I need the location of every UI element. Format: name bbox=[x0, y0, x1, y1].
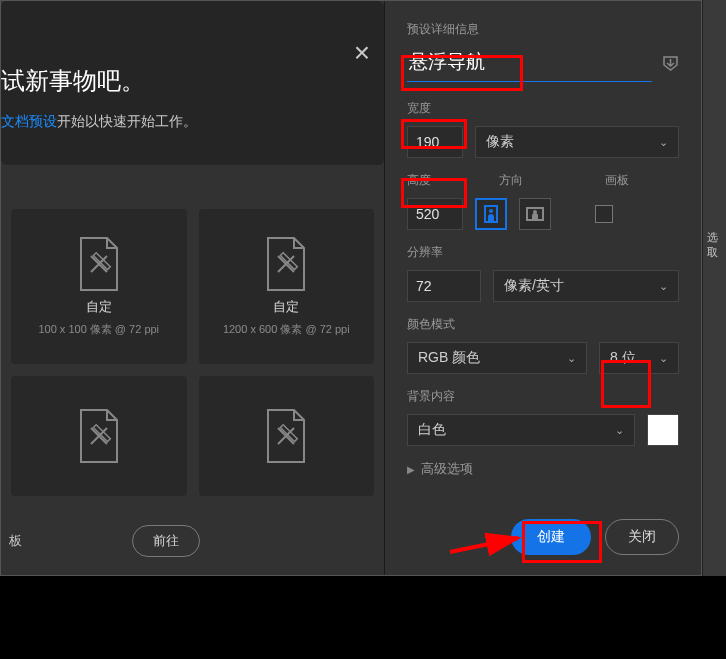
subline-rest: 开始以快速开始工作。 bbox=[57, 113, 197, 129]
footer-label: 板 bbox=[9, 532, 22, 550]
chevron-down-icon: ⌄ bbox=[659, 136, 668, 149]
preset-card[interactable] bbox=[11, 376, 187, 496]
advanced-toggle[interactable]: ▶ 高级选项 bbox=[407, 460, 679, 478]
intro-card: × 试新事物吧。 文档预设开始以快速开始工作。 bbox=[1, 1, 384, 165]
preset-card[interactable]: 自定 1200 x 600 像素 @ 72 ppi bbox=[199, 209, 375, 364]
preset-grid: 自定 100 x 100 像素 @ 72 ppi 自定 1200 x 600 像… bbox=[1, 179, 384, 496]
advanced-label: 高级选项 bbox=[421, 460, 473, 478]
width-unit-select[interactable]: 像素 ⌄ bbox=[475, 126, 679, 158]
left-panel: × 试新事物吧。 文档预设开始以快速开始工作。 自定 100 x 100 像素 … bbox=[1, 1, 384, 575]
preset-sub: 1200 x 600 像素 @ 72 ppi bbox=[223, 322, 350, 337]
file-icon bbox=[264, 236, 308, 292]
close-button[interactable]: 关闭 bbox=[605, 519, 679, 555]
background-label: 背景内容 bbox=[407, 388, 679, 405]
width-unit-value: 像素 bbox=[486, 133, 514, 151]
preset-card[interactable] bbox=[199, 376, 375, 496]
resolution-label: 分辨率 bbox=[407, 244, 679, 261]
preset-name: 自定 bbox=[86, 298, 112, 316]
doc-preset-link[interactable]: 文档预设 bbox=[1, 113, 57, 129]
file-icon bbox=[77, 236, 121, 292]
chevron-down-icon: ⌄ bbox=[659, 280, 668, 293]
preset-name-input[interactable] bbox=[407, 47, 652, 82]
background-color-swatch[interactable] bbox=[647, 414, 679, 446]
file-icon bbox=[77, 408, 121, 464]
height-input[interactable]: 520 bbox=[407, 198, 463, 230]
right-strip: 选取 bbox=[702, 0, 726, 576]
preset-name: 自定 bbox=[273, 298, 299, 316]
svg-point-5 bbox=[489, 209, 493, 213]
chevron-down-icon: ⌄ bbox=[567, 352, 576, 365]
resolution-unit-value: 像素/英寸 bbox=[504, 277, 564, 295]
right-panel: 预设详细信息 宽度 190 像素 ⌄ 高度 方向 画板 520 bbox=[385, 1, 701, 575]
preset-card[interactable]: 自定 100 x 100 像素 @ 72 ppi bbox=[11, 209, 187, 364]
file-icon bbox=[264, 408, 308, 464]
chevron-down-icon: ⌄ bbox=[659, 352, 668, 365]
subline: 文档预设开始以快速开始工作。 bbox=[1, 113, 366, 131]
save-preset-icon[interactable] bbox=[662, 56, 679, 74]
create-button[interactable]: 创建 bbox=[511, 519, 591, 555]
bit-depth-select[interactable]: 8 位 ⌄ bbox=[599, 342, 679, 374]
resolution-unit-select[interactable]: 像素/英寸 ⌄ bbox=[493, 270, 679, 302]
background-select[interactable]: 白色 ⌄ bbox=[407, 414, 635, 446]
preset-details-label: 预设详细信息 bbox=[407, 21, 679, 38]
artboard-label: 画板 bbox=[605, 172, 629, 189]
color-mode-value: RGB 颜色 bbox=[418, 349, 480, 367]
triangle-right-icon: ▶ bbox=[407, 464, 415, 475]
left-footer: 板 前往 bbox=[1, 525, 384, 557]
width-label: 宽度 bbox=[407, 100, 679, 117]
close-icon[interactable]: × bbox=[354, 37, 370, 69]
orientation-landscape[interactable] bbox=[519, 198, 551, 230]
resolution-input[interactable]: 72 bbox=[407, 270, 481, 302]
height-label: 高度 bbox=[407, 172, 463, 189]
new-document-dialog: × 试新事物吧。 文档预设开始以快速开始工作。 自定 100 x 100 像素 … bbox=[0, 0, 702, 576]
color-mode-select[interactable]: RGB 颜色 ⌄ bbox=[407, 342, 587, 374]
color-mode-label: 颜色模式 bbox=[407, 316, 679, 333]
preset-sub: 100 x 100 像素 @ 72 ppi bbox=[38, 322, 159, 337]
background-value: 白色 bbox=[418, 421, 446, 439]
goto-button[interactable]: 前往 bbox=[132, 525, 200, 557]
artboard-checkbox[interactable] bbox=[595, 205, 613, 223]
orientation-portrait[interactable] bbox=[475, 198, 507, 230]
width-input[interactable]: 190 bbox=[407, 126, 463, 158]
chevron-down-icon: ⌄ bbox=[615, 424, 624, 437]
orientation-label: 方向 bbox=[499, 172, 569, 189]
bit-depth-value: 8 位 bbox=[610, 349, 636, 367]
strip-label: 选取 bbox=[707, 230, 726, 260]
headline: 试新事物吧。 bbox=[1, 65, 366, 97]
